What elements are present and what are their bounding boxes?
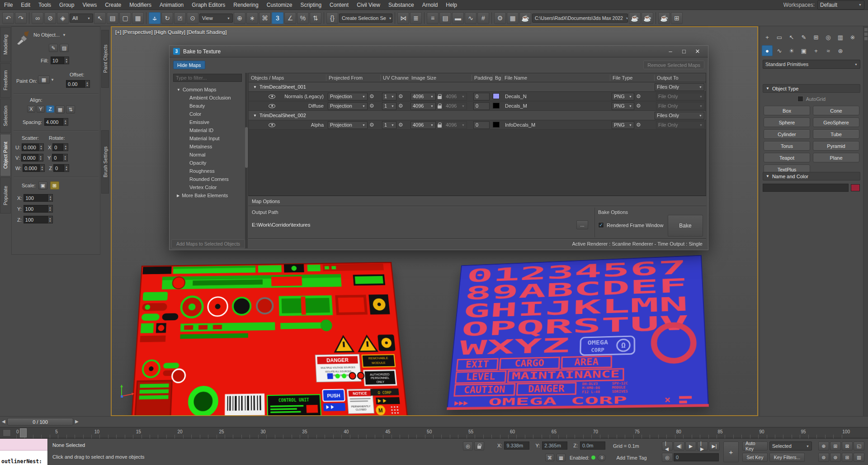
map-filter-input[interactable] [173,74,242,82]
go-to-end-icon[interactable]: ▶| [709,441,720,451]
tree-item-normal[interactable]: Normal [171,151,245,159]
select-and-move-icon[interactable]: ↔↕ [149,12,160,24]
lock-icon[interactable] [438,124,442,128]
add-time-tag-text[interactable]: Add Time Tag [616,455,646,460]
project-folder-dropdown[interactable]: C:\Users\RadX\Documents\3ds Max 2022▼ [532,14,628,23]
bind-to-space-warp-icon[interactable]: ◈ [57,12,69,24]
table-row[interactable]: Normals (Legacy) Projection▼⚙ 1▼⚙ 4096▼4… [249,92,706,101]
tree-item-ambient-occlusion[interactable]: Ambient Occlusion [171,94,245,102]
lock-icon[interactable] [438,105,442,109]
named-selection-sets-dropdown[interactable]: Create Selection Se▼ [339,14,392,23]
paint-on-surface-icon[interactable]: ▦ [38,76,50,84]
play-animation-icon[interactable]: ▶ [685,441,696,451]
open-explorer-icon[interactable]: ⊞ [671,12,683,24]
display-tab-icon[interactable]: ▥ [835,32,846,43]
gear-icon[interactable]: ⚙ [369,93,374,100]
menu-customize[interactable]: Customize [263,0,297,10]
scatter-v-spinner[interactable]: 0.000▲▼ [21,154,43,161]
align-y-toggle[interactable]: Y [37,105,45,113]
dock-icon[interactable] [864,37,868,40]
key-mode-toggle-icon[interactable]: ◎ [662,453,673,462]
menu-file[interactable]: File [0,0,17,10]
angle-snap-icon[interactable]: ∠ [284,12,296,24]
uniform-scale-icon[interactable]: ▣ [38,181,47,190]
menu-tools[interactable]: Tools [34,0,55,10]
helpers-category-icon[interactable]: + [811,45,821,56]
modify-tab-icon[interactable]: ✎ [798,32,809,43]
motion-tab-icon[interactable]: ◎ [823,32,834,43]
tree-scrollbar[interactable] [245,73,248,248]
ribbon-tab-populate[interactable]: Populate [0,177,11,214]
key-filters-button[interactable]: Key Filters... [769,453,805,462]
browse-output-path-button[interactable]: ... [576,220,588,229]
primitive-torus-button[interactable]: Torus [764,141,810,151]
menu-civil-view[interactable]: Civil View [353,0,384,10]
gear-icon[interactable]: ⚙ [398,122,403,128]
maximize-viewport-icon[interactable]: ⊞ [842,453,853,462]
dialog-titlebar[interactable]: 3 Bake to Texture – □ ✕ [170,46,708,57]
mirror-icon[interactable]: ⋈ [397,12,409,24]
side-tab-paint-objects[interactable]: Paint Objects [101,30,109,88]
set-key-button[interactable]: Set Key [742,453,768,462]
padding-field[interactable]: 0 [473,102,490,110]
scale-y-spinner[interactable]: 100▲▼ [24,205,53,213]
percent-snap-icon[interactable]: % [297,12,309,24]
scatter-w-spinner[interactable]: 0.000▲▼ [23,164,45,172]
fill-spinner[interactable]: 10 ▲▼ [51,57,69,64]
key-set-dropdown[interactable]: Selected▼ [769,441,812,451]
scrollbar-thumb[interactable] [245,127,248,168]
select-and-link-icon[interactable]: ∞ [32,12,43,24]
toggle-ribbon-icon[interactable]: ▬ [452,12,464,24]
object-type-rollout[interactable]: ▼ Object Type [763,84,860,93]
menu-animation[interactable]: Animation [156,0,188,10]
tree-item-emissive[interactable]: Emissive [171,118,245,126]
paint-fill-icon[interactable]: ▨ [60,44,69,52]
tree-item-rounded-corners[interactable]: Rounded Corners [171,175,245,183]
space-warps-category-icon[interactable]: ≈ [823,45,834,56]
gear-icon[interactable]: ⚙ [369,103,374,109]
go-to-start-icon[interactable]: |◀ [662,441,673,451]
tree-item-material-input[interactable]: Material Input [171,134,245,142]
image-size-dropdown[interactable]: 4096▼ [410,102,436,110]
hide-maps-button[interactable]: Hide Maps [173,61,205,69]
menu-graph-editors[interactable]: Graph Editors [188,0,229,10]
command-panel-scroll-strip[interactable] [863,26,868,416]
tree-item-metalness[interactable]: Metalness [171,142,245,151]
zoom-extents-icon[interactable]: ⊠ [842,441,853,451]
time-slider-frame-display[interactable]: 0 / 100 [7,418,73,426]
tree-item-opacity[interactable]: Opacity [171,159,245,167]
zoom-all-icon[interactable]: ⊞ [830,441,841,451]
visibility-eye-icon[interactable] [269,123,275,127]
select-object-icon[interactable]: ↖ [94,12,106,24]
timeline-ruler[interactable]: 0510 152025 303540 455055 606570 758085 … [0,427,868,438]
pan-view-icon[interactable]: ⊜ [818,453,829,462]
tree-group-more-bake-elements[interactable]: ▶ More Bake Elements [171,191,245,199]
render-in-cloud-icon[interactable]: ☕ [658,12,670,24]
lock-icon[interactable] [438,96,442,99]
menu-group[interactable]: Group [55,0,78,10]
render-iterative-icon[interactable]: ☕ [642,12,653,24]
window-crossing-icon[interactable]: ▦ [132,12,144,24]
rotate-x-spinner[interactable]: 0▲▼ [52,143,68,151]
listener-macro-line[interactable] [0,439,47,451]
menu-help[interactable]: Help [442,0,461,10]
schematic-view-icon[interactable]: # [477,12,489,24]
table-group-row[interactable]: ▼ TrimDecalSheet_002 Files Only▼ [249,111,706,120]
unlink-selection-icon[interactable]: ⊘ [44,12,56,24]
primitive-cone-button[interactable]: Cone [813,106,859,115]
utilities-tab-icon[interactable]: ※ [847,32,858,43]
tree-item-vertex-color[interactable]: Vertex Color [171,183,245,191]
menu-rendering[interactable]: Rendering [229,0,262,10]
bg-color-swatch[interactable] [493,122,500,128]
gear-icon[interactable]: ⚙ [636,103,641,109]
viewport-label[interactable]: [+] [Perspective] [High Quality] [Defaul… [115,29,226,35]
add-maps-button[interactable]: Add Maps to Selected Objects [171,239,245,248]
ribbon-tab-freeform[interactable]: Freeform [0,63,11,98]
zoom-region-icon[interactable]: ◱ [854,441,864,451]
select-and-manipulate-icon[interactable]: ∗ [246,12,258,24]
image-size-dropdown[interactable]: 4096▼ [410,121,436,129]
current-frame-field[interactable]: 0 [674,453,719,461]
primitive-sphere-button[interactable]: Sphere [764,118,810,127]
file-name-cell[interactable]: Decals_M [502,103,610,109]
create-tab-icon[interactable]: ↖ [786,32,797,43]
